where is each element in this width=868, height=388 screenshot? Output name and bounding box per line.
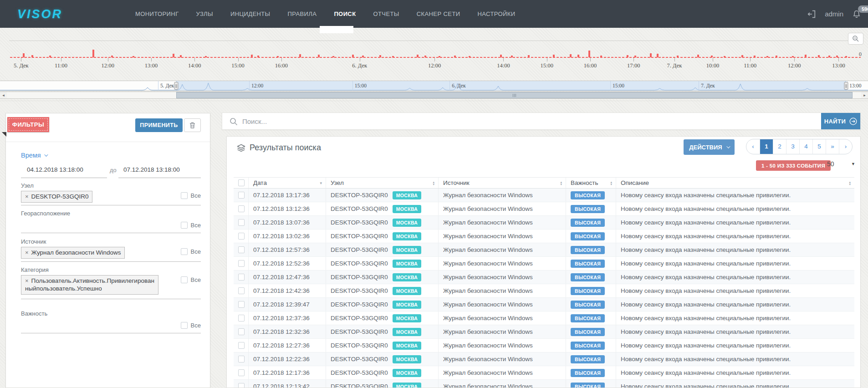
nav-item-узлы[interactable]: УЗЛЫ bbox=[196, 10, 213, 17]
notifications[interactable]: 596 bbox=[852, 9, 862, 19]
cell-description: Новому сеансу входа назначены специальны… bbox=[616, 202, 854, 215]
remove-tag-icon[interactable]: × bbox=[25, 193, 29, 200]
nav-item-настройки[interactable]: НАСТРОЙКИ bbox=[477, 10, 515, 17]
row-checkbox[interactable] bbox=[238, 205, 245, 212]
cell-node: DESKTOP-53GQIR0МОСКВА bbox=[326, 243, 439, 256]
page-3[interactable]: 3 bbox=[786, 139, 799, 154]
cell-source: Журнал безопасности Windows bbox=[439, 284, 566, 297]
scrollbar-thumb[interactable] bbox=[176, 92, 853, 98]
filter-tag-zone[interactable]: ×Журнал безопасности Windows bbox=[21, 247, 158, 259]
page-2[interactable]: 2 bbox=[773, 139, 786, 154]
scroll-left-arrow[interactable]: ◂ bbox=[0, 92, 7, 98]
sort-both-icon[interactable]: ▴▾ bbox=[433, 181, 434, 185]
remove-tag-icon[interactable]: × bbox=[25, 249, 29, 256]
sort-both-icon[interactable]: ▴▾ bbox=[849, 181, 851, 185]
row-checkbox[interactable] bbox=[238, 383, 245, 388]
time-section-toggle[interactable]: Время bbox=[21, 152, 47, 159]
column-header-важность[interactable]: Важность▴▾ bbox=[566, 178, 616, 188]
search-bar: НАЙТИ bbox=[222, 112, 861, 130]
cell-node: DESKTOP-53GQIR0МОСКВА bbox=[326, 257, 439, 270]
actions-dropdown-button[interactable]: ДЕЙСТВИЯ bbox=[684, 139, 735, 155]
scroll-right-arrow[interactable]: ▸ bbox=[861, 92, 868, 98]
page-nav-next[interactable]: › bbox=[839, 139, 852, 154]
geo-badge: МОСКВА bbox=[393, 301, 421, 309]
row-checkbox[interactable] bbox=[238, 328, 245, 335]
page-5[interactable]: 5 bbox=[812, 139, 826, 154]
row-checkbox-cell bbox=[234, 216, 249, 229]
geo-badge: МОСКВА bbox=[393, 383, 421, 388]
navigator-selection-range[interactable] bbox=[176, 81, 846, 91]
row-checkbox[interactable] bbox=[238, 342, 245, 349]
cell-node: DESKTOP-53GQIR0МОСКВА bbox=[326, 284, 439, 297]
row-checkbox[interactable] bbox=[238, 301, 245, 308]
column-header-источник[interactable]: Источник▴▾ bbox=[439, 178, 566, 188]
row-checkbox[interactable] bbox=[238, 192, 245, 199]
all-checkbox[interactable] bbox=[181, 322, 188, 329]
nav-item-правила[interactable]: ПРАВИЛА bbox=[288, 10, 317, 17]
sort-both-icon[interactable]: ▴▾ bbox=[560, 181, 562, 185]
timeline-scrollbar[interactable]: ◂ ▸ bbox=[0, 92, 868, 99]
filter-tag-zone[interactable]: ×Пользователь.Активность.Привилегированн… bbox=[21, 275, 158, 295]
column-header-описание[interactable]: Описание▴▾ bbox=[616, 178, 854, 188]
select-all-checkbox[interactable] bbox=[238, 179, 245, 186]
cell-severity: ВЫСОКАЯ bbox=[566, 298, 616, 311]
geo-badge: МОСКВА bbox=[393, 328, 421, 336]
logout-icon[interactable] bbox=[807, 9, 817, 19]
row-checkbox-cell bbox=[234, 339, 249, 352]
all-checkbox-label: Все bbox=[191, 322, 201, 329]
row-checkbox[interactable] bbox=[238, 246, 245, 253]
row-checkbox-cell bbox=[234, 352, 249, 366]
row-checkbox[interactable] bbox=[238, 356, 245, 362]
row-checkbox-cell bbox=[234, 257, 249, 270]
nav-item-инциденты[interactable]: ИНЦИДЕНТЫ bbox=[230, 10, 271, 17]
event-bars bbox=[10, 40, 861, 57]
node-name: DESKTOP-53GQIR0 bbox=[331, 274, 388, 281]
page-4[interactable]: 4 bbox=[799, 139, 812, 154]
column-header-дата[interactable]: Дата▾ bbox=[249, 178, 326, 188]
severity-badge: ВЫСОКАЯ bbox=[571, 342, 605, 350]
row-checkbox[interactable] bbox=[238, 287, 245, 294]
all-checkbox[interactable] bbox=[181, 248, 188, 255]
sort-desc-icon[interactable]: ▾ bbox=[320, 181, 322, 185]
all-checkbox[interactable] bbox=[181, 192, 188, 199]
nav-item-отчеты[interactable]: ОТЧЕТЫ bbox=[373, 10, 399, 17]
apply-filters-button[interactable]: ПРИМЕНИТЬ bbox=[135, 118, 183, 132]
page-nav-prev[interactable]: ‹ bbox=[746, 139, 760, 154]
column-header-узел[interactable]: Узел▴▾ bbox=[326, 178, 439, 188]
row-checkbox[interactable] bbox=[238, 369, 245, 376]
cell-node: DESKTOP-53GQIR0МОСКВА bbox=[326, 189, 439, 202]
cell-severity: ВЫСОКАЯ bbox=[566, 202, 616, 215]
all-checkbox-label: Все bbox=[191, 222, 201, 229]
nav-item-сканер сети[interactable]: СКАНЕР СЕТИ bbox=[417, 10, 460, 17]
timeline-navigator[interactable]: 5. Дек12:0015:006. Дек15:007. Дек13:00 bbox=[0, 81, 868, 91]
all-checkbox[interactable] bbox=[181, 222, 188, 229]
page-1[interactable]: 1 bbox=[760, 139, 773, 154]
row-checkbox[interactable] bbox=[238, 260, 245, 267]
filter-tag-zone[interactable]: ×DESKTOP-53GQIR0 bbox=[21, 191, 158, 203]
row-checkbox[interactable] bbox=[238, 233, 245, 240]
sort-both-icon[interactable]: ▴▾ bbox=[610, 181, 612, 185]
find-button[interactable]: НАЙТИ bbox=[821, 113, 860, 129]
navigator-left-handle[interactable] bbox=[174, 82, 178, 90]
page-size-select[interactable]: 50 ▼ bbox=[827, 160, 855, 168]
date-from-input[interactable]: 04.12.2018 13:18:00 bbox=[27, 166, 83, 173]
row-checkbox[interactable] bbox=[238, 219, 245, 226]
cell-source: Журнал безопасности Windows bbox=[439, 325, 566, 338]
nav-item-поиск[interactable]: ПОИСК bbox=[334, 10, 356, 17]
node-name: DESKTOP-53GQIR0 bbox=[331, 328, 388, 335]
geo-badge: МОСКВА bbox=[393, 355, 421, 363]
clear-filters-button[interactable] bbox=[184, 118, 201, 132]
all-checkbox[interactable] bbox=[181, 276, 188, 283]
date-to-input[interactable]: 07.12.2018 13:18:00 bbox=[123, 166, 180, 173]
row-checkbox[interactable] bbox=[238, 274, 245, 281]
table-row: 07.12.2018 12:42:36DESKTOP-53GQIR0МОСКВА… bbox=[234, 284, 854, 298]
search-input[interactable] bbox=[242, 113, 812, 129]
filter-field-узел: Узел×DESKTOP-53GQIR0Все bbox=[6, 182, 211, 205]
row-checkbox[interactable] bbox=[238, 315, 245, 322]
remove-tag-icon[interactable]: × bbox=[25, 277, 29, 284]
username[interactable]: admin bbox=[825, 10, 843, 18]
nav-item-мониторинг[interactable]: МОНИТОРИНГ bbox=[135, 10, 179, 17]
cell-source: Журнал безопасности Windows bbox=[439, 311, 566, 325]
navigator-right-handle[interactable] bbox=[844, 82, 848, 90]
page-nav-last[interactable]: » bbox=[826, 139, 839, 154]
